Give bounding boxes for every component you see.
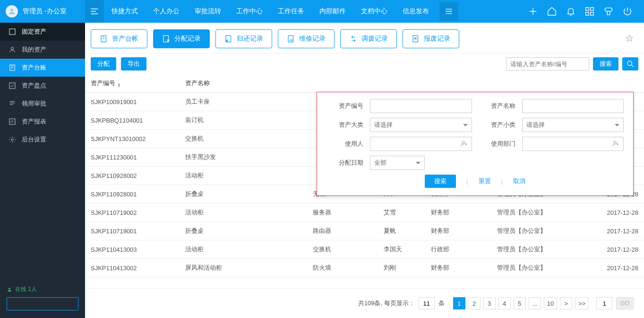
sidebar-item-label: 资产台账 [22, 63, 46, 72]
sp-date-select[interactable]: 全部 [370, 156, 425, 170]
sp-label-asset-name: 资产名称 [479, 102, 515, 110]
svg-rect-3 [586, 12, 589, 15]
tab-repair-records[interactable]: 维修记录 [278, 29, 335, 48]
tab-transfer-records[interactable]: 调拨记录 [340, 29, 397, 48]
tab-row: 资产台帐 分配记录 归还记录 维修记录 调拨记录 报废记录 [85, 23, 644, 53]
tab-return-records[interactable]: 归还记录 [215, 29, 272, 48]
sidebar-item-label: 领用审批 [22, 99, 46, 108]
online-status: 在线 1人 [7, 285, 78, 293]
topnav-item[interactable]: 工作中心 [229, 0, 270, 23]
sp-asset-code-input[interactable] [374, 103, 468, 110]
sp-category-select[interactable]: 请选择 [370, 118, 472, 132]
person-add-icon [460, 140, 468, 149]
sidebar-item-approval[interactable]: 领用审批 [0, 95, 85, 113]
table-row[interactable]: SJKP110719002活动柜服务器艾雪财务部管理员【办公室】2017-12-… [85, 203, 644, 222]
avatar [6, 5, 18, 18]
sidebar-item-asset-ledger[interactable]: 资产台账 [0, 59, 85, 77]
quick-search-button[interactable]: 搜索 [593, 57, 618, 71]
svg-rect-7 [10, 65, 15, 71]
theme-icon[interactable] [603, 6, 614, 17]
topbar: 管理员 -办公室 快捷方式 个人办公 审批流转 工作中心 工作任务 内部邮件 文… [0, 0, 644, 23]
col-asset-name[interactable]: 资产名称 [180, 74, 307, 93]
goto-page-button[interactable]: GO [616, 297, 634, 309]
page-button[interactable]: 5 [514, 297, 526, 309]
favorite-icon[interactable] [625, 34, 634, 44]
assign-button[interactable]: 分配 [91, 57, 116, 71]
bell-icon[interactable] [566, 6, 576, 17]
toolbar: 分配 导出 搜索 [85, 53, 644, 74]
page-button[interactable]: 2 [468, 297, 481, 309]
sp-label-user: 使用人 [326, 140, 363, 148]
page-button[interactable]: 3 [483, 297, 496, 309]
svg-point-6 [11, 47, 13, 50]
topnav-item[interactable]: 文档中心 [353, 0, 395, 23]
sp-label-subcategory: 资产小类 [479, 121, 515, 129]
sp-label-category: 资产大类 [326, 121, 363, 129]
page-button[interactable]: 1 [453, 297, 465, 309]
sidebar-item-reports[interactable]: 资产报表 [0, 113, 85, 131]
svg-rect-13 [101, 35, 106, 42]
svg-rect-1 [586, 8, 589, 10]
page-button[interactable]: 10 [544, 297, 557, 309]
per-page-input[interactable] [419, 297, 435, 309]
sidebar-item-inventory[interactable]: 资产盘点 [0, 77, 85, 95]
page-button[interactable]: ... [529, 297, 541, 309]
sidebar-item-settings[interactable]: 后台设置 [0, 131, 85, 149]
plus-icon[interactable] [528, 6, 538, 17]
sp-subcategory-select[interactable]: 请选择 [522, 118, 624, 132]
menu-toggle-button[interactable] [85, 0, 104, 23]
svg-point-19 [462, 141, 464, 144]
export-button[interactable]: 导出 [121, 57, 146, 71]
svg-point-11 [9, 288, 10, 290]
sidebar-item-my-assets[interactable]: 我的资产 [0, 41, 85, 59]
topnav-item[interactable]: 个人办公 [146, 0, 187, 23]
tab-scrap-records[interactable]: 报废记录 [403, 29, 459, 48]
topnav-item[interactable]: 内部邮件 [312, 0, 353, 23]
sidebar: 固定资产 我的资产 资产台账 资产盘点 领用审批 资产报表 [0, 23, 85, 318]
col-asset-code[interactable]: 资产编号▲▼ [85, 74, 180, 93]
user-label: 管理员 -办公室 [23, 7, 67, 16]
topbar-user[interactable]: 管理员 -办公室 [0, 5, 85, 18]
sp-label-asset-code: 资产编号 [326, 102, 363, 110]
topnav-item[interactable]: 信息发布 [395, 0, 437, 23]
topnav-item[interactable]: 审批流转 [187, 0, 229, 23]
tab-asset-ledger[interactable]: 资产台帐 [91, 29, 147, 48]
sidebar-item-label: 固定资产 [22, 27, 46, 36]
sp-asset-name-input[interactable] [526, 103, 620, 110]
sidebar-search [7, 297, 78, 310]
sidebar-item-label: 我的资产 [22, 45, 46, 54]
topnav-item[interactable]: 快捷方式 [104, 0, 146, 23]
sidebar-item-label: 后台设置 [22, 135, 46, 144]
advanced-search-toggle[interactable] [622, 57, 638, 71]
sp-reset-link[interactable]: 重置 [479, 177, 491, 186]
svg-point-10 [11, 139, 13, 141]
sp-cancel-link[interactable]: 取消 [513, 177, 525, 186]
page-button[interactable]: >> [575, 297, 589, 309]
table-row[interactable]: SJKP110719001折叠桌路由器夏帆财务部管理员【办公室】2017-12-… [85, 222, 644, 240]
sp-dept-input[interactable] [522, 137, 624, 151]
topnav-more-button[interactable] [439, 2, 458, 21]
apps-icon[interactable] [584, 6, 595, 17]
pagination-summary: 共109条, 每页显示： [358, 299, 415, 308]
svg-point-20 [614, 141, 616, 144]
power-icon[interactable] [622, 6, 633, 17]
table-row[interactable]: SJKP110413002屏风和活动柜防火墙刘刚财务部管理员【办公室】2017-… [85, 259, 644, 277]
goto-page-input[interactable] [596, 297, 612, 309]
sidebar-search-input[interactable] [7, 300, 86, 307]
tab-allocation-records[interactable]: 分配记录 [153, 29, 210, 48]
topnav-item[interactable]: 工作任务 [270, 0, 312, 23]
sp-label-date: 分配日期 [326, 159, 363, 167]
svg-rect-5 [9, 29, 15, 35]
sort-icon: ▲▼ [117, 83, 121, 88]
advanced-search-panel: 资产编号 资产名称 资产大类 请选择 资产小类 请选择 [317, 92, 634, 196]
home-icon[interactable] [547, 6, 557, 17]
page-button[interactable]: 4 [498, 297, 511, 309]
sidebar-item-fixed-assets[interactable]: 固定资产 [0, 23, 85, 41]
quick-search-input[interactable] [506, 57, 589, 71]
svg-rect-16 [288, 35, 293, 42]
sp-user-input[interactable] [370, 137, 472, 151]
sidebar-item-label: 资产盘点 [22, 81, 46, 90]
table-row[interactable]: SJKP110413003活动柜交换机李国天行政部管理员【办公室】2017-12… [85, 240, 644, 259]
sp-search-button[interactable]: 搜索 [425, 175, 456, 188]
page-button[interactable]: > [560, 297, 572, 309]
